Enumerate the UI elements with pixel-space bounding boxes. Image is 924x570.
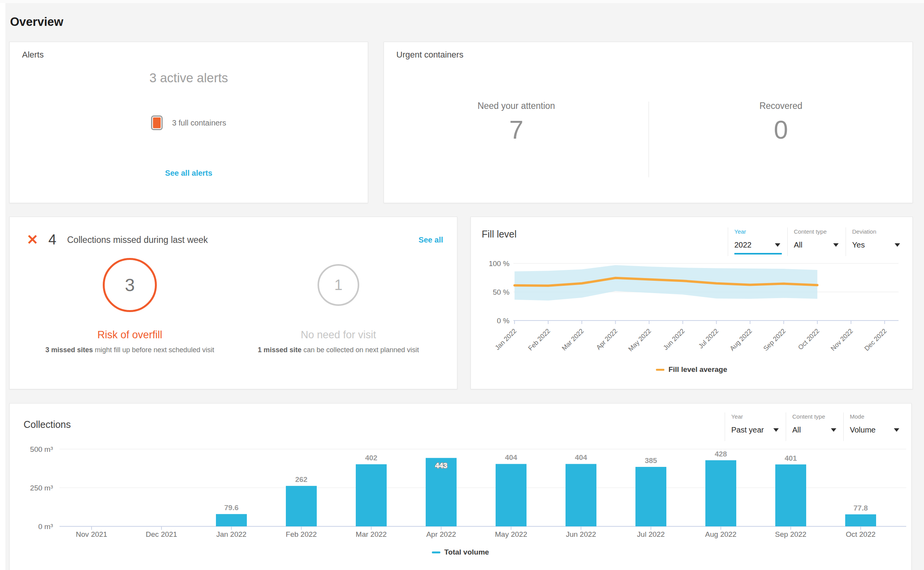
recovered-column: Recovered 0 <box>649 101 913 144</box>
alerts-card-title: Alerts <box>22 50 44 60</box>
bar-jul-2022[interactable] <box>635 467 666 526</box>
fill-level-chart: 100 %50 %0 %Jan 2022Feb 2022Mar 2022Apr … <box>471 217 912 389</box>
x-axis-tick-label: Feb 2022 <box>527 327 552 352</box>
full-container-icon <box>151 115 163 130</box>
x-axis-tick-label: Mar 2022 <box>561 327 585 352</box>
urgent-containers-card: Urgent containers Need your attention 7 … <box>384 42 913 203</box>
bar-sep-2022[interactable] <box>775 465 806 526</box>
x-axis-tick-label: Oct 2022 <box>846 530 875 538</box>
risk-of-overfill-count: 3 <box>125 275 135 295</box>
bar-value-label-highlighted: 443 <box>435 461 447 470</box>
missed-header: ✕ 4 Collections missed during last week <box>27 232 208 248</box>
x-axis-tick-label: Jun 2022 <box>566 530 596 538</box>
bar-value-label: 404 <box>575 453 587 461</box>
collections-legend-dash-icon <box>432 551 440 553</box>
x-axis-tick-label: Mar 2022 <box>356 530 387 538</box>
full-containers-row: 3 full containers <box>10 115 368 130</box>
no-need-for-visit-label: No need for visit <box>248 329 429 341</box>
page-title: Overview <box>10 15 63 29</box>
need-attention-value: 7 <box>384 115 649 144</box>
x-axis-tick-label: Apr 2022 <box>595 327 619 351</box>
x-axis-tick-label: Jul 2022 <box>697 327 720 350</box>
no-need-for-visit-circle: 1 <box>318 264 359 306</box>
risk-of-overfill-circle: 3 <box>103 258 157 312</box>
bar-value-label: 385 <box>645 456 657 465</box>
missed-title: Collections missed during last week <box>67 235 208 245</box>
bar-value-label: 79.6 <box>224 504 239 512</box>
y-axis-tick-label: 100 % <box>489 260 510 268</box>
x-axis-tick-label: May 2022 <box>627 327 652 353</box>
x-axis-tick-label: Apr 2022 <box>426 530 456 538</box>
need-attention-column: Need your attention 7 <box>384 101 649 144</box>
bar-mar-2022[interactable] <box>356 464 387 526</box>
missed-count: 4 <box>48 232 56 248</box>
x-axis-tick-label: Nov 2021 <box>76 530 107 538</box>
fill-level-legend: Fill level average <box>471 365 912 374</box>
bar-feb-2022[interactable] <box>286 486 317 526</box>
x-axis-tick-label: Dec 2021 <box>146 530 177 538</box>
x-axis-tick-label: Sep 2022 <box>775 530 806 538</box>
bar-value-label: 401 <box>785 454 797 462</box>
x-axis-tick-label: Jan 2022 <box>216 530 246 538</box>
x-axis-tick-label: Dec 2022 <box>863 327 888 352</box>
no-need-for-visit-description: 1 missed site can be collected on next p… <box>192 345 485 355</box>
bar-jan-2022[interactable] <box>216 514 247 526</box>
bar-value-label: 404 <box>505 453 517 461</box>
x-axis-tick-label: Jul 2022 <box>637 530 665 538</box>
y-axis-tick-label: 500 m³ <box>30 445 53 453</box>
collections-card: Collections YearPast yearContent typeAll… <box>9 403 912 570</box>
deviation-band <box>515 265 817 300</box>
collections-legend: Total volume <box>10 548 911 556</box>
y-axis-tick-label: 50 % <box>493 288 510 296</box>
bar-value-label: 77.8 <box>854 504 868 512</box>
see-all-missed-link[interactable]: See all <box>419 236 443 244</box>
x-axis-tick-label: Jun 2022 <box>662 327 686 351</box>
y-axis-tick-label: 0 % <box>497 317 510 325</box>
x-axis-tick-label: Nov 2022 <box>829 327 854 352</box>
alerts-card: Alerts 3 active alerts 3 full containers… <box>9 42 368 203</box>
need-attention-label: Need your attention <box>384 101 649 111</box>
bar-oct-2022[interactable] <box>845 514 876 526</box>
fill-level-card: Fill level Year2022Content typeAllDeviat… <box>470 217 913 389</box>
recovered-value: 0 <box>649 115 913 144</box>
risk-of-overfill-label: Risk of overfill <box>39 329 221 341</box>
x-axis-tick-label: May 2022 <box>495 530 527 538</box>
active-alerts-summary: 3 active alerts <box>10 71 368 85</box>
bar-aug-2022[interactable] <box>705 460 736 526</box>
see-all-alerts-link[interactable]: See all alerts <box>165 169 212 177</box>
recovered-label: Recovered <box>649 101 913 111</box>
x-axis-tick-label: Aug 2022 <box>705 530 736 538</box>
bar-may-2022[interactable] <box>496 464 527 526</box>
fill-level-legend-label: Fill level average <box>668 365 727 374</box>
collections-missed-card: ✕ 4 Collections missed during last week … <box>9 217 457 389</box>
collections-legend-label: Total volume <box>444 548 489 556</box>
fill-level-legend-dash-icon <box>656 369 664 371</box>
bar-value-label: 262 <box>295 475 307 483</box>
left-gutter <box>0 0 5 570</box>
close-icon: ✕ <box>27 233 38 247</box>
y-axis-tick-label: 0 m³ <box>38 522 53 531</box>
x-axis-tick-label: Oct 2022 <box>797 327 821 351</box>
x-axis-tick-label: Jan 2022 <box>494 327 518 351</box>
x-axis-tick-label: Feb 2022 <box>286 530 317 538</box>
top-gutter <box>0 0 924 3</box>
bar-jun-2022[interactable] <box>566 464 596 526</box>
no-need-for-visit-count: 1 <box>334 277 342 293</box>
x-axis-tick-label: Sep 2022 <box>762 327 787 352</box>
x-axis-tick-label: Aug 2022 <box>729 327 754 352</box>
full-containers-label: 3 full containers <box>172 119 226 127</box>
column-divider <box>649 102 649 177</box>
bar-value-label: 428 <box>715 450 727 458</box>
collections-chart: 500 m³250 m³0 m³Nov 2021Dec 2021Jan 2022… <box>10 404 911 570</box>
urgent-card-title: Urgent containers <box>396 50 464 60</box>
bar-value-label: 402 <box>365 454 377 462</box>
y-axis-tick-label: 250 m³ <box>30 484 53 492</box>
